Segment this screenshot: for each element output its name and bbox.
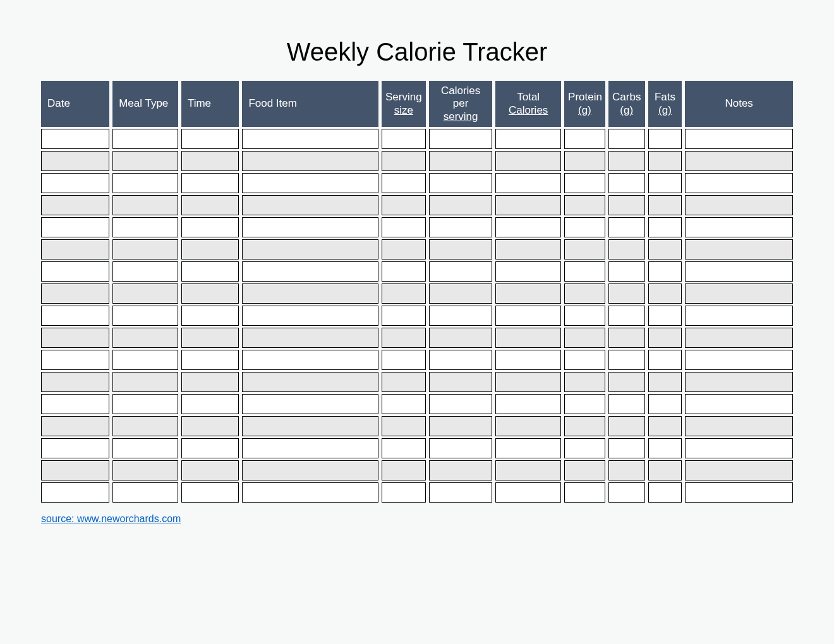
table-row <box>41 129 793 149</box>
table-cell <box>564 283 605 304</box>
table-cell <box>685 129 793 149</box>
table-cell <box>181 195 239 215</box>
table-cell <box>495 416 561 436</box>
table-cell <box>495 151 561 171</box>
table-cell <box>608 239 645 259</box>
table-row <box>41 416 793 436</box>
col-header-carbs: Carbs (g) <box>608 81 645 127</box>
table-cell <box>648 173 682 193</box>
table-row <box>41 239 793 259</box>
table-cell <box>41 283 109 304</box>
col-header-calories-per-serving: Calories per serving <box>429 81 492 127</box>
table-cell <box>382 151 426 171</box>
table-cell <box>242 173 378 193</box>
table-cell <box>382 350 426 370</box>
table-row <box>41 482 793 503</box>
table-cell <box>495 129 561 149</box>
table-cell <box>242 350 378 370</box>
table-cell <box>685 328 793 348</box>
table-cell <box>429 195 492 215</box>
table-cell <box>242 416 378 436</box>
table-cell <box>685 151 793 171</box>
table-row <box>41 173 793 193</box>
table-cell <box>242 239 378 259</box>
table-cell <box>685 438 793 458</box>
table-cell <box>648 460 682 480</box>
table-cell <box>41 173 109 193</box>
table-cell <box>429 328 492 348</box>
col-header-total-calories: Total Calories <box>495 81 561 127</box>
table-cell <box>564 173 605 193</box>
table-cell <box>242 460 378 480</box>
table-cell <box>41 350 109 370</box>
col-header-time: Time <box>181 81 239 127</box>
table-cell <box>382 438 426 458</box>
col-header-fats: Fats (g) <box>648 81 682 127</box>
table-cell <box>112 239 178 259</box>
table-row <box>41 350 793 370</box>
table-cell <box>648 239 682 259</box>
table-cell <box>648 129 682 149</box>
table-cell <box>608 306 645 326</box>
table-cell <box>608 328 645 348</box>
table-cell <box>495 239 561 259</box>
table-cell <box>608 372 645 392</box>
col-header-food-item: Food Item <box>242 81 378 127</box>
table-cell <box>495 195 561 215</box>
table-cell <box>495 306 561 326</box>
table-cell <box>181 283 239 304</box>
table-cell <box>685 350 793 370</box>
table-cell <box>648 416 682 436</box>
table-cell <box>41 306 109 326</box>
table-cell <box>495 328 561 348</box>
table-cell <box>495 394 561 414</box>
table-cell <box>495 283 561 304</box>
table-cell <box>41 328 109 348</box>
table-cell <box>41 239 109 259</box>
table-cell <box>112 306 178 326</box>
table-cell <box>564 151 605 171</box>
table-cell <box>181 394 239 414</box>
table-cell <box>242 482 378 503</box>
table-cell <box>181 129 239 149</box>
table-cell <box>564 129 605 149</box>
table-cell <box>242 328 378 348</box>
table-cell <box>429 217 492 237</box>
table-cell <box>242 372 378 392</box>
table-cell <box>242 129 378 149</box>
table-row <box>41 195 793 215</box>
table-row <box>41 151 793 171</box>
table-cell <box>564 350 605 370</box>
table-row <box>41 438 793 458</box>
table-cell <box>685 239 793 259</box>
col-header-notes: Notes <box>685 81 793 127</box>
table-row <box>41 460 793 480</box>
table-cell <box>382 394 426 414</box>
table-cell <box>685 416 793 436</box>
table-cell <box>41 372 109 392</box>
table-cell <box>495 482 561 503</box>
table-cell <box>608 151 645 171</box>
col-header-date: Date <box>41 81 109 127</box>
table-cell <box>112 460 178 480</box>
source-link[interactable]: source: www.neworchards.com <box>41 513 181 524</box>
table-cell <box>41 217 109 237</box>
table-row <box>41 394 793 414</box>
table-cell <box>112 372 178 392</box>
table-cell <box>382 261 426 282</box>
table-cell <box>685 394 793 414</box>
table-cell <box>608 394 645 414</box>
table-cell <box>429 438 492 458</box>
table-row <box>41 283 793 304</box>
table-cell <box>112 261 178 282</box>
table-cell <box>112 482 178 503</box>
table-cell <box>608 460 645 480</box>
table-cell <box>429 173 492 193</box>
table-cell <box>41 129 109 149</box>
table-cell <box>495 173 561 193</box>
table-cell <box>685 173 793 193</box>
table-cell <box>181 217 239 237</box>
col-header-meal-type: Meal Type <box>112 81 178 127</box>
table-cell <box>608 129 645 149</box>
table-cell <box>382 306 426 326</box>
